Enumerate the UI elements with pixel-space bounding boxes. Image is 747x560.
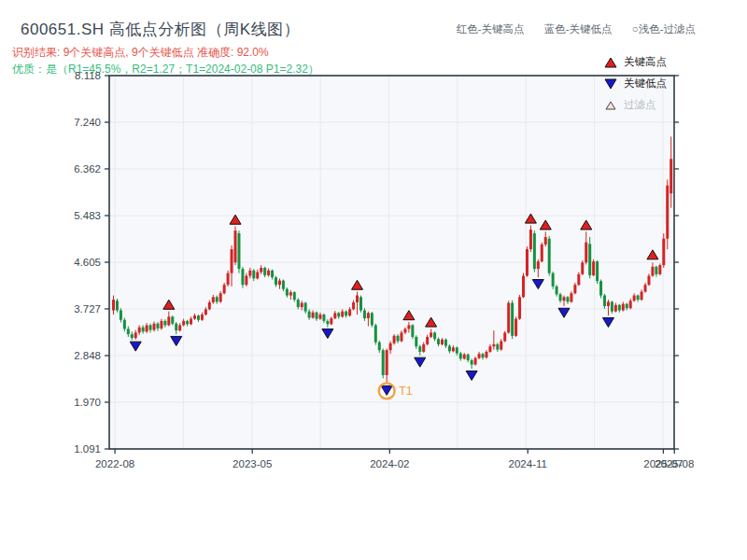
legend-label: 关键高点 — [624, 55, 667, 69]
candle — [216, 297, 218, 301]
candle — [577, 274, 580, 285]
candle — [397, 336, 400, 342]
candle — [153, 324, 156, 330]
candle — [120, 310, 122, 319]
candle — [138, 328, 141, 333]
candle — [400, 332, 402, 341]
candle — [167, 316, 170, 325]
candle — [382, 350, 385, 375]
chart-legend: 关键高点 关键低点 过滤点 — [603, 51, 667, 116]
candle — [541, 245, 543, 261]
candle — [647, 275, 650, 285]
y-tick-label: 1.091 — [74, 443, 101, 455]
candle — [308, 312, 311, 318]
candle — [407, 325, 410, 329]
red-up-triangle-icon — [603, 57, 618, 68]
y-tick-label: 3.727 — [74, 303, 101, 315]
x-tick-label: 2024-02 — [370, 458, 409, 469]
light-triangle-icon — [603, 100, 618, 111]
candle — [588, 244, 591, 275]
candle — [448, 346, 451, 352]
candle — [282, 281, 285, 289]
candle — [212, 297, 215, 302]
x-tick-label: 2025-08 — [655, 458, 694, 469]
candle — [116, 301, 119, 310]
candle — [548, 239, 551, 273]
candle — [275, 277, 277, 285]
candle — [603, 296, 606, 306]
blue-down-triangle-icon — [603, 78, 618, 90]
candle — [422, 344, 425, 352]
candle — [248, 271, 251, 276]
candle — [552, 273, 555, 287]
candle — [518, 297, 521, 318]
candle — [256, 273, 259, 279]
candle — [452, 347, 455, 351]
candle — [163, 321, 166, 326]
candle — [522, 275, 525, 297]
legend-item-key-high: 关键高点 — [603, 51, 667, 73]
candle — [367, 313, 370, 318]
candle — [426, 337, 429, 344]
candle — [658, 265, 661, 274]
x-tick-label: 2023-05 — [233, 458, 272, 469]
candle — [263, 268, 266, 275]
candle — [374, 325, 377, 342]
candle — [585, 243, 587, 263]
candle — [278, 281, 281, 286]
candle — [463, 355, 466, 359]
candle — [322, 315, 325, 321]
y-tick-label: 6.362 — [74, 163, 101, 175]
y-tick-label: 5.483 — [74, 210, 101, 221]
candle — [662, 239, 665, 265]
x-tick-label: 2024-11 — [509, 458, 547, 469]
candle — [581, 262, 584, 274]
candle — [134, 332, 137, 338]
candle — [533, 233, 536, 269]
candle — [644, 285, 647, 291]
candle — [223, 285, 226, 293]
candle — [289, 292, 292, 295]
y-tick-label: 7.240 — [74, 117, 101, 128]
candle — [441, 340, 444, 344]
candle — [626, 304, 628, 309]
candle — [492, 344, 495, 346]
candle — [359, 297, 362, 310]
candle — [500, 342, 502, 350]
candle — [459, 354, 462, 359]
candle — [304, 303, 307, 312]
candle — [444, 340, 447, 346]
stock-analysis-window: 600651.SH 高低点分析图（周K线图） 识别结果: 9个关键高点, 9个关… — [0, 0, 747, 560]
candle — [190, 319, 192, 325]
candle — [312, 313, 315, 318]
candle — [415, 337, 417, 346]
candle — [318, 315, 321, 319]
candle — [573, 285, 576, 293]
candle — [201, 315, 204, 320]
candle — [666, 186, 669, 239]
candle — [433, 332, 436, 339]
candle — [131, 334, 134, 338]
candle — [566, 297, 569, 301]
candle — [171, 316, 174, 323]
candle — [227, 273, 230, 286]
candle — [607, 301, 610, 306]
candle — [599, 281, 602, 295]
candle — [611, 301, 613, 311]
candle — [193, 315, 196, 318]
legend-label: 过滤点 — [624, 98, 656, 112]
candle — [482, 354, 485, 357]
candle — [514, 319, 517, 336]
candle — [341, 312, 344, 317]
candle — [471, 360, 473, 365]
candle — [345, 312, 347, 316]
candle — [503, 332, 506, 341]
candle — [614, 305, 617, 312]
candle — [356, 296, 359, 302]
candle — [234, 231, 237, 262]
candle — [142, 328, 145, 332]
candle — [245, 275, 247, 285]
candle — [537, 261, 540, 269]
candle — [326, 321, 329, 324]
candle — [182, 321, 185, 326]
